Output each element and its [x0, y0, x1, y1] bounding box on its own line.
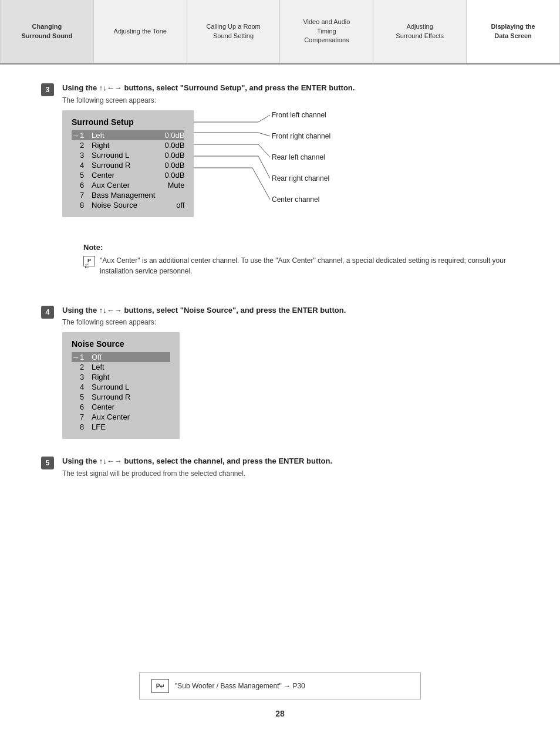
step-3-subtitle: The following screen appears: [62, 96, 519, 104]
step-3-number: 3 [41, 83, 54, 96]
note-icon: P ↵ [83, 256, 95, 266]
tab-changing-surround[interactable]: Changing Surround Sound [0, 0, 94, 63]
note-block: Note: P ↵ "Aux Center" is an additional … [83, 243, 519, 276]
screen-row-right: 2 Right 0.0dB [72, 140, 184, 150]
callout-rear-right: Rear right channel [272, 174, 329, 182]
page-number: 28 [275, 709, 285, 718]
tab-displaying-data[interactable]: Displaying the Data Screen [467, 0, 560, 63]
step-4-block: 4 Using the ↑↓←→ buttons, select "Noise … [41, 305, 519, 440]
step-5-subtitle: The test signal will be produced from th… [62, 469, 519, 478]
screen-row-center: 5 Center 0.0dB [72, 170, 184, 180]
surround-setup-title: Surround Setup [72, 117, 184, 127]
noise-row-off: → 1 Off [72, 352, 170, 362]
main-content: 3 Using the ↑↓←→ buttons, select "Surrou… [0, 65, 560, 730]
noise-row-right: 3 Right [72, 372, 170, 382]
footer-box: P↵ "Sub Woofer / Bass Management" → P30 [139, 672, 421, 699]
tab-calling-room[interactable]: Calling Up a Room Sound Setting [187, 0, 281, 63]
callout-rear-left: Rear left channel [272, 153, 325, 161]
svg-line-3 [258, 133, 270, 136]
screen-row-bass-mgmt: 7 Bass Management [72, 190, 184, 200]
callout-front-right: Front right channel [272, 132, 330, 140]
callout-svg: Front left channel Front right channel R… [194, 110, 358, 234]
svg-line-9 [252, 168, 270, 200]
note-text: "Aux Center" is an additional center cha… [100, 255, 519, 276]
step-5-block: 5 Using the ↑↓←→ buttons, select the cha… [41, 455, 519, 484]
footer-link-text: "Sub Woofer / Bass Management" → P30 [175, 682, 305, 690]
noise-row-center: 6 Center [72, 402, 170, 412]
callout-front-left: Front left channel [272, 111, 326, 119]
noise-row-aux-center: 7 Aux Center [72, 412, 170, 422]
step-5-content: Using the ↑↓←→ buttons, select the chann… [62, 455, 519, 484]
tab-adjusting-tone[interactable]: Adjusting the Tone [94, 0, 187, 63]
top-nav: Changing Surround Sound Adjusting the To… [0, 0, 560, 65]
svg-line-1 [258, 115, 270, 122]
step-4-title: Using the ↑↓←→ buttons, select "Noise So… [62, 305, 519, 316]
noise-row-surround-r: 5 Surround R [72, 392, 170, 402]
step-5-title: Using the ↑↓←→ buttons, select the chann… [62, 455, 519, 467]
step-4-content: Using the ↑↓←→ buttons, select "Noise So… [62, 305, 519, 440]
screen-row-noise-source: 8 Noise Source off [72, 200, 184, 210]
noise-row-surround-l: 4 Surround L [72, 382, 170, 392]
step-3-block: 3 Using the ↑↓←→ buttons, select "Surrou… [41, 82, 519, 288]
step-4-subtitle: The following screen appears: [62, 318, 519, 326]
tab-adjusting-surround[interactable]: Adjusting Surround Effects [373, 0, 467, 63]
tab-video-audio[interactable]: Video and Audio Timing Compensations [280, 0, 373, 63]
noise-source-screen: Noise Source → 1 Off 2 Left 3 Right [62, 332, 180, 439]
screen-row-surround-l: 3 Surround L 0.0dB [72, 150, 184, 160]
step-3-content: Using the ↑↓←→ buttons, select "Surround… [62, 82, 519, 288]
surround-setup-screen: Surround Setup → 1 Left 0.0dB 2 Right 0.… [62, 110, 194, 217]
screen-row-surround-r: 4 Surround R 0.0dB [72, 160, 184, 170]
step-5-number: 5 [41, 457, 54, 469]
callout-center: Center channel [272, 195, 319, 204]
note-title: Note: [83, 243, 519, 252]
step-4-number: 4 [41, 306, 54, 319]
noise-source-title: Noise Source [72, 339, 170, 349]
footer: P↵ "Sub Woofer / Bass Management" → P30 … [0, 672, 560, 718]
note-row: P ↵ "Aux Center" is an additional center… [83, 255, 519, 276]
footer-page-icon: P↵ [151, 679, 169, 693]
step-3-title: Using the ↑↓←→ buttons, select "Surround… [62, 82, 519, 94]
noise-row-lfe: 8 LFE [72, 422, 170, 432]
screen-row-aux-center: 6 Aux Center Mute [72, 180, 184, 190]
svg-line-5 [258, 144, 270, 157]
noise-row-left: 2 Left [72, 362, 170, 372]
svg-line-7 [258, 156, 270, 178]
step-3-diagram: Surround Setup → 1 Left 0.0dB 2 Right 0.… [62, 110, 519, 234]
screen-row-left: → 1 Left 0.0dB [72, 130, 184, 140]
